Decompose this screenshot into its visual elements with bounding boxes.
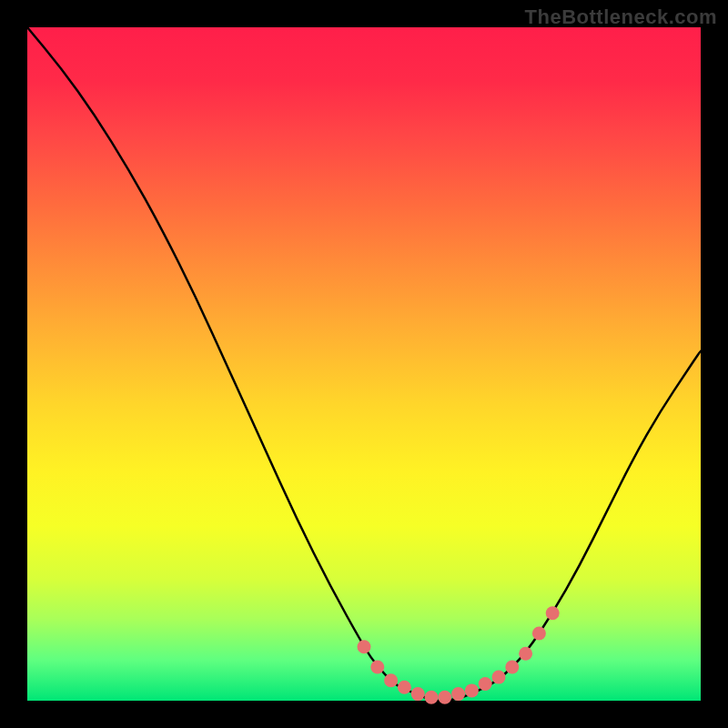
curve-marker xyxy=(384,673,398,687)
curve-marker xyxy=(505,661,519,674)
curve-marker xyxy=(411,687,425,701)
bottleneck-curve xyxy=(27,27,701,701)
curve-marker xyxy=(519,647,532,661)
curve-marker xyxy=(546,606,560,620)
chart-frame: TheBottleneck.com xyxy=(0,0,728,728)
curve-marker xyxy=(479,677,492,691)
plot-area xyxy=(27,27,701,701)
curve-markers xyxy=(358,606,560,704)
curve-marker xyxy=(438,691,451,704)
curve-marker xyxy=(358,640,371,653)
curve-marker xyxy=(370,661,384,674)
curve-marker xyxy=(451,687,465,701)
curve-svg xyxy=(27,27,701,701)
curve-marker xyxy=(492,671,506,684)
watermark-text: TheBottleneck.com xyxy=(525,5,717,29)
curve-marker xyxy=(465,683,479,697)
curve-marker xyxy=(532,627,546,641)
curve-marker xyxy=(398,681,411,694)
curve-marker xyxy=(425,691,439,704)
